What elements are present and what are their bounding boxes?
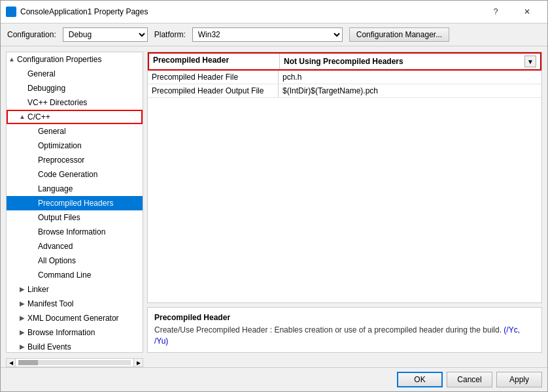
property-pages-window: ConsoleApplication1 Property Pages ? ✕ C…	[0, 0, 548, 392]
tree-item-output-files[interactable]: Output Files	[7, 210, 143, 225]
tree-item-browse-info[interactable]: Browse Information	[7, 225, 143, 239]
tree-label-manifest-tool: Manifest Tool	[27, 298, 73, 310]
tree-label-advanced: Advanced	[38, 240, 73, 252]
description-body: Create/Use Precompiled Header : Enables …	[154, 325, 535, 347]
tree-item-code-gen[interactable]: Code Generation	[7, 167, 143, 182]
expand-icon-linker: ▶	[17, 284, 27, 295]
tree-label-all-options: All Options	[38, 255, 76, 267]
main-content: ▲Configuration PropertiesGeneralDebuggin…	[1, 46, 547, 358]
window-controls: ? ✕	[481, 5, 542, 19]
prop-value-cell: pch.h	[279, 71, 541, 84]
toolbar: Configuration: Debug Platform: Win32 Con…	[1, 24, 547, 46]
description-title: Precompiled Header	[154, 313, 535, 322]
scroll-left-arrow[interactable]: ◀	[7, 359, 16, 367]
prop-name-cell: Precompiled Header File	[148, 71, 279, 84]
tree-label-preprocessor: Preprocessor	[38, 154, 84, 166]
tree-item-command-line[interactable]: Command Line	[7, 268, 143, 282]
tree-label-debugging: Debugging	[27, 82, 65, 94]
tree-label-xml-doc: XML Document Generator	[27, 312, 119, 324]
tree-item-optimization[interactable]: Optimization	[7, 139, 143, 153]
config-manager-button[interactable]: Configuration Manager...	[349, 27, 449, 42]
tree-item-precomp[interactable]: Precompiled Headers	[7, 196, 143, 210]
property-rows-container: Precompiled Header Filepch.hPrecompiled …	[148, 71, 541, 98]
expand-icon-cpp: ▲	[17, 111, 27, 123]
tree-label-cpp: C/C++	[27, 111, 50, 123]
description-panel: Precompiled Header Create/Use Precompile…	[147, 307, 542, 353]
title-bar: ConsoleApplication1 Property Pages ? ✕	[1, 1, 547, 24]
tree-item-advanced[interactable]: Advanced	[7, 239, 143, 253]
scroll-right-arrow[interactable]: ▶	[133, 359, 143, 367]
tree-item-general[interactable]: General	[7, 67, 143, 81]
tree-scroll: ▲Configuration PropertiesGeneralDebuggin…	[7, 52, 143, 353]
config-label: Configuration:	[7, 30, 56, 39]
expand-icon-browse-info2: ▶	[17, 327, 27, 338]
header-name: Precompiled Header	[149, 54, 280, 69]
configuration-select[interactable]: Debug	[63, 27, 148, 42]
tree-label-code-gen: Code Generation	[38, 169, 97, 180]
tree-item-debugging[interactable]: Debugging	[7, 81, 143, 95]
app-icon	[6, 7, 16, 17]
prop-name-cell: Precompiled Header Output File	[148, 84, 279, 97]
platform-label: Platform:	[154, 30, 186, 39]
dropdown-button[interactable]: ▼	[524, 56, 536, 67]
tree-label-output-files: Output Files	[38, 212, 80, 223]
title-bar-left: ConsoleApplication1 Property Pages	[6, 7, 148, 17]
header-value: Not Using Precompiled Headers ▼	[280, 54, 540, 69]
header-value-text: Not Using Precompiled Headers	[284, 57, 403, 66]
tree-item-build-events[interactable]: ▶Build Events	[7, 340, 143, 353]
tree-item-vc-dirs[interactable]: VC++ Directories	[7, 95, 143, 110]
scroll-thumb	[18, 360, 38, 365]
expand-icon-xml-doc: ▶	[17, 312, 27, 324]
prop-value-cell: $(IntDir)$(TargetName).pch	[279, 84, 541, 97]
property-grid: Precompiled Header Not Using Precompiled…	[147, 52, 542, 303]
scroll-track	[18, 360, 131, 365]
tree-label-vc-dirs: VC++ Directories	[27, 97, 87, 108]
tree-item-cpp-general[interactable]: General	[7, 124, 143, 139]
bottom-scroll-area: ◀ ▶	[1, 358, 547, 367]
expand-icon-config-props: ▲	[7, 54, 17, 65]
tree-item-browse-info2[interactable]: ▶Browse Information	[7, 325, 143, 340]
tree-item-preprocessor[interactable]: Preprocessor	[7, 153, 143, 167]
tree-item-xml-doc[interactable]: ▶XML Document Generator	[7, 311, 143, 325]
expand-icon-build-events: ▶	[17, 341, 27, 353]
tree-item-linker[interactable]: ▶Linker	[7, 282, 143, 297]
table-row[interactable]: Precompiled Header Filepch.h	[148, 71, 541, 84]
property-header-row: Precompiled Header Not Using Precompiled…	[148, 52, 541, 71]
tree-label-browse-info2: Browse Information	[27, 327, 95, 338]
expand-icon-manifest-tool: ▶	[17, 298, 27, 310]
bottom-bar: OK Cancel Apply	[1, 367, 547, 391]
tree-item-all-options[interactable]: All Options	[7, 253, 143, 268]
tree-label-command-line: Command Line	[38, 269, 91, 281]
tree-label-build-events: Build Events	[27, 341, 71, 353]
cancel-button[interactable]: Cancel	[447, 372, 492, 387]
description-text: Create/Use Precompiled Header : Enables …	[154, 325, 502, 335]
tree-panel: ▲Configuration PropertiesGeneralDebuggin…	[6, 52, 143, 353]
tree-label-precomp: Precompiled Headers	[38, 197, 113, 209]
ok-button[interactable]: OK	[397, 372, 443, 387]
tree-label-general: General	[27, 68, 56, 80]
tree-label-cpp-general: General	[38, 125, 66, 137]
tree-item-cpp[interactable]: ▲C/C++	[7, 110, 143, 124]
tree-label-linker: Linker	[27, 284, 49, 295]
apply-button[interactable]: Apply	[496, 372, 542, 387]
platform-select[interactable]: Win32	[192, 27, 343, 42]
right-panel: Precompiled Header Not Using Precompiled…	[147, 52, 542, 353]
tree-label-optimization: Optimization	[38, 140, 82, 152]
tree-label-browse-info: Browse Information	[38, 226, 105, 238]
tree-item-config-props[interactable]: ▲Configuration Properties	[7, 52, 143, 67]
window-title: ConsoleApplication1 Property Pages	[20, 7, 148, 16]
tree-horizontal-scroll[interactable]: ◀ ▶	[6, 358, 143, 367]
table-row[interactable]: Precompiled Header Output File$(IntDir)$…	[148, 84, 541, 98]
tree-label-config-props: Configuration Properties	[17, 54, 101, 65]
close-button[interactable]: ✕	[512, 5, 542, 19]
help-button[interactable]: ?	[481, 5, 511, 19]
tree-item-manifest-tool[interactable]: ▶Manifest Tool	[7, 297, 143, 311]
tree-label-language: Language	[38, 183, 73, 195]
tree-item-language[interactable]: Language	[7, 182, 143, 196]
